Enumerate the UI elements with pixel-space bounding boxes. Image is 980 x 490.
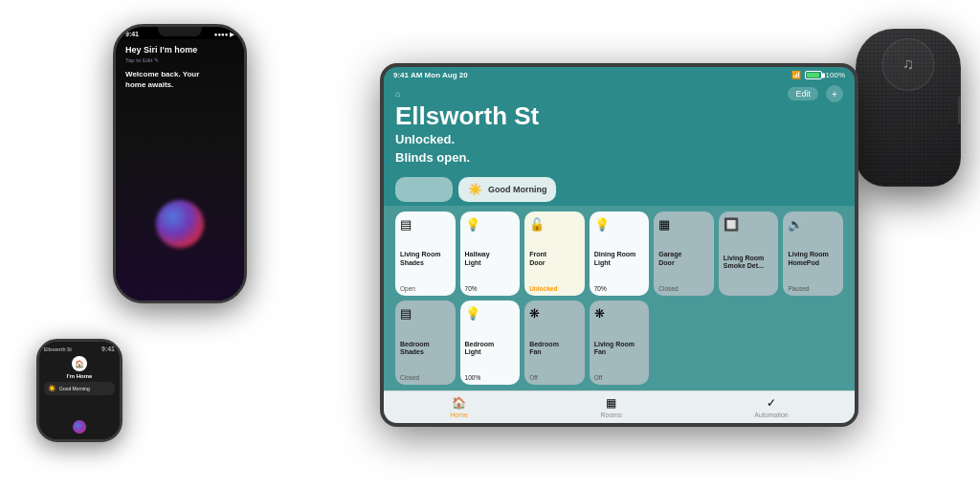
- tab-home[interactable]: 🏠 Home: [450, 396, 468, 418]
- ipad-add-button[interactable]: +: [826, 85, 843, 102]
- dining-light-icon: 💡: [594, 217, 610, 232]
- tab-rooms-label: Rooms: [601, 412, 622, 418]
- bedroom-shades-status: Closed: [400, 374, 419, 381]
- homepod-touch-area[interactable]: ♫: [887, 43, 929, 85]
- ipad-subtitle-2: Blinds open.: [395, 148, 843, 167]
- ipad-status-right: 📶 100%: [791, 71, 845, 79]
- battery-tip: [822, 73, 825, 78]
- bedroom-shades-name: BedroomShades: [400, 341, 430, 357]
- watch-home-label: I'm Home: [44, 373, 115, 379]
- tab-rooms-icon: ▦: [606, 396, 616, 410]
- scene-tile-blank[interactable]: [395, 177, 453, 202]
- dining-light-status: 70%: [594, 285, 607, 292]
- siri-title: Hey Siri I'm home: [125, 45, 234, 55]
- smoke-detector-name: Living RoomSmoke Det...: [724, 255, 764, 271]
- watch-time: 9:41: [101, 345, 115, 352]
- living-room-fan-icon: ❋: [594, 306, 605, 321]
- device-hallway-light[interactable]: 💡 HallwayLight 70%: [460, 212, 521, 296]
- device-bedroom-fan[interactable]: ❋ BedroomFan Off: [524, 301, 585, 385]
- watch-status-bar: Ellsworth St 9:41: [44, 345, 115, 352]
- hallway-light-status: 70%: [465, 285, 478, 292]
- homepod-side-button[interactable]: [958, 96, 961, 124]
- battery-pct: 100%: [826, 71, 845, 79]
- front-door-status: Unlocked: [529, 285, 557, 292]
- tab-rooms[interactable]: ▦ Rooms: [601, 396, 622, 418]
- device-living-room-shades[interactable]: ▤ Living RoomShades Open: [395, 212, 456, 296]
- watch-home-icon: 🏠: [72, 356, 87, 371]
- watch-scene-label: Good Morning: [59, 386, 90, 391]
- garage-door-status: Closed: [658, 285, 678, 292]
- garage-door-name: GarageDoor: [658, 251, 681, 267]
- bedroom-light-icon: 💡: [465, 306, 480, 321]
- tab-automation[interactable]: ✓ Automation: [754, 396, 788, 418]
- watch-scene-tile[interactable]: ☀️ Good Morning: [44, 382, 115, 395]
- tab-automation-label: Automation: [754, 412, 788, 418]
- homepod-tile-status: Paused: [788, 285, 809, 292]
- ipad-edit-row: Edit +: [788, 85, 843, 102]
- siri-background: Hey Siri I'm home Tap to Edit ✎ Welcome …: [116, 39, 244, 301]
- iphone-signal: ●●●● ▶: [214, 31, 234, 37]
- watch-siri-dot: [73, 420, 86, 434]
- watch-crown: [122, 363, 122, 378]
- ipad-scene-row: ☀️ Good Morning: [384, 173, 855, 206]
- ipad-subtitle-1: Unlocked.: [395, 130, 843, 149]
- watch-location: Ellsworth St: [44, 346, 72, 352]
- watch-scene-icon: ☀️: [48, 385, 56, 392]
- ipad-devices-grid: ▤ Living RoomShades Open 💡 HallwayLight …: [384, 206, 855, 390]
- iphone-body: 9:41 ●●●● ▶ Hey Siri I'm home Tap to Edi…: [113, 24, 247, 303]
- siri-message: Welcome back. Your home awaits.: [125, 69, 234, 90]
- ipad-home-icon: ⌂: [395, 89, 400, 99]
- shades-status: Open: [400, 285, 415, 292]
- device-bedroom-shades[interactable]: ▤ BedroomShades Closed: [395, 301, 456, 385]
- watch-body: Ellsworth St 9:41 🏠 I'm Home ☀️ Good Mor…: [36, 339, 122, 442]
- homepod-music-icon: ♫: [902, 56, 914, 73]
- iphone: 9:41 ●●●● ▶ Hey Siri I'm home Tap to Edi…: [113, 24, 247, 303]
- homepod-tile-icon: 🔊: [788, 217, 803, 232]
- living-room-fan-name: Living RoomFan: [594, 341, 635, 357]
- tab-home-icon: 🏠: [452, 396, 466, 410]
- hallway-light-name: HallwayLight: [465, 251, 490, 267]
- ipad-edit-button[interactable]: Edit: [788, 87, 818, 100]
- device-front-door[interactable]: 🔓 FrontDoor Unlocked: [524, 212, 585, 296]
- shades-icon: ▤: [400, 217, 412, 232]
- ipad-screen: 9:41 AM Mon Aug 20 📶 100% ⌂: [384, 67, 855, 423]
- scene-morning-icon: ☀️: [468, 183, 482, 196]
- bedroom-shades-icon: ▤: [400, 306, 412, 321]
- bedroom-fan-icon: ❋: [529, 306, 540, 321]
- device-garage-door[interactable]: ▦ GarageDoor Closed: [654, 212, 714, 296]
- apple-watch: Ellsworth St 9:41 🏠 I'm Home ☀️ Good Mor…: [36, 339, 122, 442]
- scene-tile-good-morning[interactable]: ☀️ Good Morning: [458, 177, 556, 202]
- bedroom-fan-name: BedroomFan: [529, 341, 559, 357]
- siri-edit[interactable]: Tap to Edit ✎: [125, 56, 234, 63]
- ipad: 9:41 AM Mon Aug 20 📶 100% ⌂: [380, 63, 858, 427]
- bedroom-light-status: 100%: [465, 374, 481, 381]
- device-living-room-fan[interactable]: ❋ Living RoomFan Off: [590, 301, 650, 385]
- front-door-icon: 🔓: [529, 217, 545, 232]
- iphone-notch: [158, 27, 202, 36]
- tab-home-label: Home: [450, 412, 468, 418]
- iphone-time: 9:41: [125, 31, 139, 37]
- device-homepod[interactable]: 🔊 Living RoomHomePod Paused: [783, 212, 843, 296]
- hallway-light-icon: 💡: [465, 217, 480, 232]
- battery-fill: [807, 73, 819, 78]
- watch-screen: Ellsworth St 9:41 🏠 I'm Home ☀️ Good Mor…: [39, 342, 120, 439]
- bedroom-light-name: BedroomLight: [465, 341, 495, 357]
- homepod-tile-name: Living RoomHomePod: [788, 251, 828, 267]
- battery-icon: [805, 71, 822, 79]
- dining-light-name: Dining RoomLight: [594, 251, 636, 267]
- ipad-body: 9:41 AM Mon Aug 20 📶 100% ⌂: [380, 63, 858, 427]
- iphone-screen: 9:41 ●●●● ▶ Hey Siri I'm home Tap to Edi…: [116, 27, 244, 301]
- device-bedroom-light[interactable]: 💡 BedroomLight 100%: [460, 301, 521, 385]
- ipad-status-bar: 9:41 AM Mon Aug 20 📶 100%: [384, 67, 855, 83]
- scene-morning-label: Good Morning: [488, 185, 546, 194]
- bedroom-fan-status: Off: [529, 374, 538, 381]
- smoke-detector-icon: 🔲: [724, 217, 739, 232]
- front-door-name: FrontDoor: [529, 251, 546, 267]
- tab-automation-icon: ✓: [767, 396, 776, 410]
- homepod-body: ♫: [856, 29, 961, 187]
- main-scene: Ellsworth St 9:41 🏠 I'm Home ☀️ Good Mor…: [0, 0, 980, 490]
- device-dining-room-light[interactable]: 💡 Dining RoomLight 70%: [590, 212, 650, 296]
- device-smoke-detector[interactable]: 🔲 Living RoomSmoke Det...: [719, 212, 779, 296]
- ipad-home-row: ⌂ Edit +: [395, 85, 843, 102]
- ipad-tab-bar: 🏠 Home ▦ Rooms ✓ Automation: [384, 390, 855, 423]
